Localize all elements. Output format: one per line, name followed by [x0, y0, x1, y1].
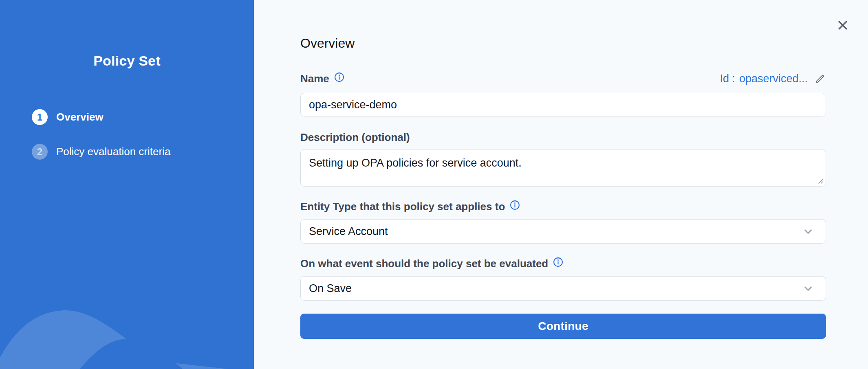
sidebar-item-overview[interactable]: 1 Overview: [32, 109, 170, 125]
entity-type-label: Entity Type that this policy set applies…: [300, 200, 505, 213]
info-icon[interactable]: [510, 200, 520, 210]
id-prefix: Id :: [720, 72, 735, 85]
event-select[interactable]: On Save: [300, 276, 826, 301]
description-label: Description (optional): [300, 131, 410, 144]
name-input[interactable]: [300, 93, 826, 116]
x-close-icon: [837, 19, 849, 31]
event-selected-value: On Save: [309, 282, 352, 295]
form-panel: Overview Name Id : opaserviced...: [254, 0, 868, 369]
policy-set-modal: Policy Set 1 Overview 2 Policy evaluatio…: [0, 0, 868, 369]
description-label-row: Description (optional): [300, 131, 826, 144]
pencil-icon[interactable]: [814, 73, 826, 85]
info-icon[interactable]: [553, 257, 563, 267]
sidebar-item-policy-evaluation-criteria[interactable]: 2 Policy evaluation criteria: [32, 144, 170, 160]
description-textarea[interactable]: Setting up OPA policies for service acco…: [300, 149, 826, 187]
step-number-badge: 2: [32, 144, 48, 160]
entity-type-selected-value: Service Account: [309, 225, 388, 238]
id-value-link[interactable]: opaserviced...: [739, 72, 808, 85]
stepper-sidebar: Policy Set 1 Overview 2 Policy evaluatio…: [0, 0, 254, 369]
chevron-down-icon: [802, 225, 814, 237]
info-icon[interactable]: [334, 72, 344, 82]
wave-decoration: [0, 271, 254, 369]
description-field-wrap: Setting up OPA policies for service acco…: [300, 149, 826, 187]
sidebar-title: Policy Set: [0, 53, 254, 69]
event-label: On what event should the policy set be e…: [300, 257, 548, 270]
entity-type-label-row: Entity Type that this policy set applies…: [300, 200, 826, 213]
name-label: Name: [300, 72, 329, 85]
entity-id-row: Id : opaserviced...: [720, 72, 826, 85]
chevron-down-icon: [802, 282, 814, 294]
step-label: Policy evaluation criteria: [56, 145, 170, 158]
step-number-badge: 1: [32, 109, 48, 125]
stepper: 1 Overview 2 Policy evaluation criteria: [32, 109, 170, 178]
page-title: Overview: [300, 36, 355, 51]
close-button[interactable]: [835, 18, 850, 33]
step-label: Overview: [56, 111, 104, 123]
name-label-row: Name Id : opaserviced...: [300, 72, 826, 85]
entity-type-select[interactable]: Service Account: [300, 219, 826, 244]
event-label-row: On what event should the policy set be e…: [300, 257, 826, 270]
continue-button[interactable]: Continue: [300, 314, 826, 339]
